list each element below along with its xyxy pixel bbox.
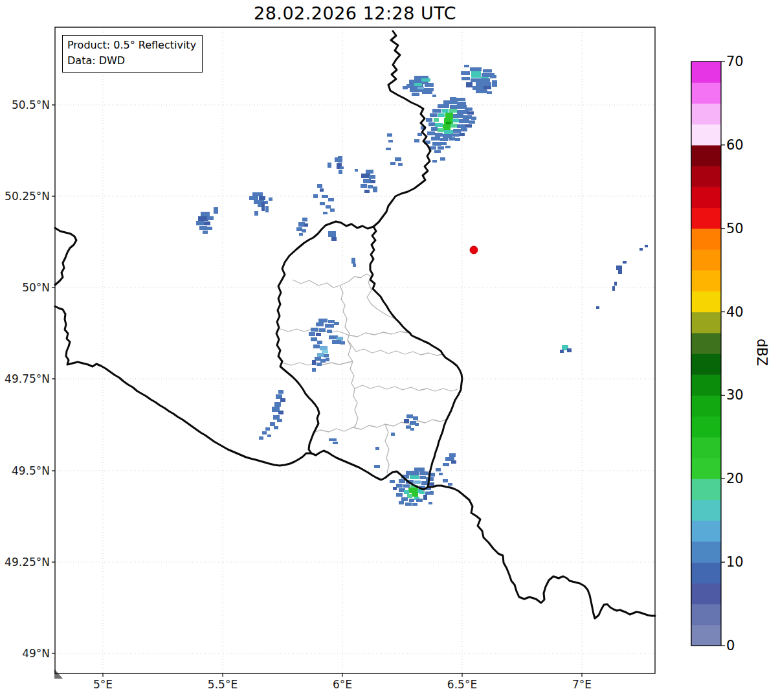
- colorbar-segment: [691, 521, 721, 542]
- colorbar-segment: [691, 625, 721, 646]
- colorbar-segment: [691, 333, 721, 354]
- colorbar-segment: [691, 291, 721, 312]
- colorbar-segment: [691, 583, 721, 604]
- data-source-label: Data: DWD: [67, 53, 196, 69]
- colorbar-segment: [691, 229, 721, 250]
- colorbar-segment: [691, 62, 721, 83]
- colorbar-segment: [691, 208, 721, 229]
- colorbar-segment: [691, 166, 721, 187]
- colorbar-tick-label: 70: [726, 54, 744, 69]
- colorbar-segment: [691, 354, 721, 375]
- colorbar-tick-label: 60: [726, 137, 744, 153]
- colorbar-segment: [691, 374, 721, 396]
- colorbar-tick-label: 10: [726, 554, 744, 570]
- colorbar-segment: [691, 145, 721, 166]
- colorbar-tick-label: 0: [726, 638, 735, 653]
- colorbar-segment: [691, 562, 721, 583]
- colorbar-segment: [691, 312, 721, 333]
- colorbar-canvas: [0, 0, 778, 700]
- colorbar-segment: [691, 437, 721, 458]
- colorbar-segment: [691, 124, 721, 146]
- product-info-box: Product: 0.5° Reflectivity Data: DWD: [62, 35, 203, 73]
- colorbar-tick-label: 20: [726, 471, 744, 486]
- product-label: Product: 0.5° Reflectivity: [67, 38, 196, 53]
- radar-figure: 28.02.2026 12:28 UTC Product: 0.5° Refle…: [0, 0, 778, 700]
- colorbar-segment: [691, 103, 721, 124]
- colorbar-segment: [691, 416, 721, 438]
- colorbar-segment: [691, 479, 721, 500]
- colorbar-segment: [691, 541, 721, 563]
- colorbar-segment: [691, 500, 721, 521]
- colorbar-tick-label: 30: [726, 387, 744, 403]
- colorbar-tick-label: 40: [726, 304, 744, 320]
- colorbar-segment: [691, 186, 721, 208]
- colorbar-segment: [691, 270, 721, 291]
- colorbar-segment: [691, 458, 721, 479]
- colorbar-title: dBZ: [754, 339, 770, 366]
- colorbar-segment: [691, 82, 721, 104]
- colorbar-segment: [691, 604, 721, 626]
- colorbar-segment: [691, 395, 721, 416]
- colorbar-tick-label: 50: [726, 221, 744, 236]
- colorbar-segment: [691, 249, 721, 271]
